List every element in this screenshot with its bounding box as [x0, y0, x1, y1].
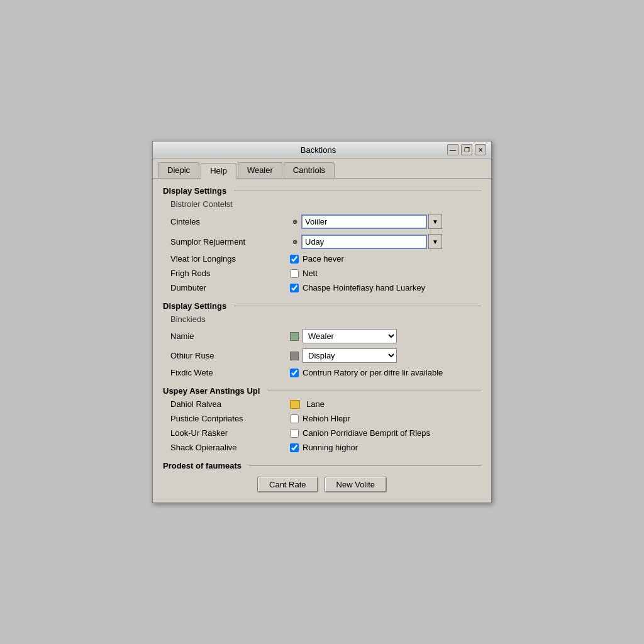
cinteles-dropdown-wrapper: ⊕ Voiiler ▼ [290, 214, 442, 229]
frigh-label: Frigh Rods [170, 269, 290, 278]
section-header-3: Uspey Aser Anstings Upi [163, 386, 481, 396]
tab-content: Display Settings Bistroler Contelst Cint… [153, 178, 491, 502]
pusticle-row: Pusticle Contpriates Rehioh Hlepr [170, 414, 481, 423]
othiur-icon [290, 352, 299, 360]
close-button[interactable]: ✕ [475, 144, 486, 155]
cinteles-dropdown[interactable]: Voiiler [301, 214, 427, 229]
fixdic-text: Contrun Ratory or per difre lir availabl… [303, 368, 443, 377]
sumplor-row: Sumplor Rejuerment ⊕ Uday ▼ [170, 234, 481, 249]
dumbuter-row: Dumbuter Chaspe Hointefiasy hand Luarkey [170, 283, 481, 292]
dumbuter-label: Dumbuter [170, 283, 290, 292]
vleat-label: Vleat lor Longings [170, 254, 290, 264]
pusticle-control: Rehioh Hlepr [290, 414, 350, 423]
shack-row: Shack Opieraalive Running highor [170, 443, 481, 452]
cinteles-control: ⊕ Voiiler ▼ [290, 214, 442, 229]
lookur-text: Canion Porridiave Bemprit of Rleps [303, 428, 430, 438]
frigh-checkbox[interactable] [290, 269, 299, 278]
tab-bar: Diepic Help Wealer Cantriols [153, 158, 491, 178]
vleat-text: Pace hever [303, 254, 344, 264]
namie-label: Namie [170, 331, 290, 341]
vleat-checkbox[interactable] [290, 255, 299, 264]
pusticle-checkbox[interactable] [290, 414, 299, 423]
fixdic-row: Fixdic Wete Contrun Ratory or per difre … [170, 368, 481, 377]
section-display-settings-2: Display Settings Binckieds Namie Wealer … [163, 301, 481, 377]
cinteles-row: Cinteles ⊕ Voiiler ▼ [170, 214, 481, 229]
frigh-control: Nett [290, 269, 318, 278]
cinteles-dropdown-btn[interactable]: ▼ [428, 214, 442, 229]
sumplor-icon: ⊕ [290, 236, 300, 247]
lookur-label: Look-Ur Rasker [170, 428, 290, 438]
namie-control: Wealer [290, 329, 397, 343]
section-subheader-1: Bistroler Contelst [170, 199, 481, 209]
lookur-row: Look-Ur Rasker Canion Porridiave Bemprit… [170, 428, 481, 438]
shack-text: Running highor [303, 443, 358, 452]
minimize-button[interactable]: — [447, 144, 458, 155]
fixdic-label: Fixdic Wete [170, 368, 290, 377]
fixdic-control: Contrun Ratory or per difre lir availabl… [290, 368, 443, 377]
tab-cantriols[interactable]: Cantriols [284, 162, 335, 178]
section-header-bottom: Prodest of faumeats [163, 461, 481, 470]
dahiol-folder-icon [290, 400, 300, 409]
namie-row: Namie Wealer [170, 329, 481, 343]
othiur-label: Othiur Ruse [170, 351, 290, 360]
namie-icon [290, 332, 299, 341]
section-header-2: Display Settings [163, 301, 481, 311]
lookur-checkbox[interactable] [290, 429, 299, 438]
cant-rate-button[interactable]: Cant Rate [257, 477, 318, 492]
sumplor-dropdown[interactable]: Uday [301, 235, 427, 249]
dahiol-row: Dahiol Ralvea Lane [170, 399, 481, 409]
pusticle-text: Rehioh Hlepr [303, 414, 350, 423]
title-bar: Backtions — ❐ ✕ [153, 142, 491, 158]
pusticle-label: Pusticle Contpriates [170, 414, 290, 423]
tab-help[interactable]: Help [201, 163, 236, 179]
tab-diepic[interactable]: Diepic [158, 162, 199, 178]
vleat-control: Pace hever [290, 254, 344, 264]
sumplor-label: Sumplor Rejuerment [170, 237, 290, 247]
othiur-select[interactable]: Display [303, 348, 397, 363]
othiur-control: Display [290, 348, 397, 363]
namie-select[interactable]: Wealer [303, 329, 397, 343]
window-title: Backtions [189, 145, 447, 155]
cinteles-label: Cinteles [170, 217, 290, 226]
frigh-row: Frigh Rods Nett [170, 269, 481, 278]
dumbuter-text: Chaspe Hointefiasy hand Luarkey [303, 283, 425, 292]
new-volite-button[interactable]: New Volite [325, 477, 387, 492]
shack-checkbox[interactable] [290, 443, 299, 452]
dahiol-label: Dahiol Ralvea [170, 399, 290, 409]
section-user-settings: Uspey Aser Anstings Upi Dahiol Ralvea La… [163, 386, 481, 452]
sumplor-dropdown-wrapper: ⊕ Uday ▼ [290, 234, 442, 249]
button-row: Cant Rate New Volite [163, 477, 481, 492]
shack-control: Running highor [290, 443, 358, 452]
lookur-control: Canion Porridiave Bemprit of Rleps [290, 428, 430, 438]
dumbuter-checkbox[interactable] [290, 284, 299, 292]
section-subheader-2: Binckieds [170, 314, 481, 324]
shack-label: Shack Opieraalive [170, 443, 290, 452]
bottom-section: Prodest of faumeats Cant Rate New Volite [163, 461, 481, 492]
vleat-row: Vleat lor Longings Pace hever [170, 254, 481, 264]
othiur-row: Othiur Ruse Display [170, 348, 481, 363]
tab-wealer[interactable]: Wealer [238, 162, 282, 178]
frigh-text: Nett [303, 269, 318, 278]
restore-button[interactable]: ❐ [461, 144, 472, 155]
dahiol-control: Lane [290, 399, 325, 409]
dahiol-text: Lane [306, 399, 325, 409]
section-display-settings-1: Display Settings Bistroler Contelst Cint… [163, 186, 481, 292]
sumplor-control: ⊕ Uday ▼ [290, 234, 442, 249]
dumbuter-control: Chaspe Hointefiasy hand Luarkey [290, 283, 425, 292]
main-window: Backtions — ❐ ✕ Diepic Help Wealer Cantr… [152, 141, 492, 503]
cinteles-icon: ⊕ [290, 216, 300, 226]
fixdic-checkbox[interactable] [290, 369, 299, 377]
section-header-1: Display Settings [163, 186, 481, 196]
title-bar-controls: — ❐ ✕ [447, 144, 486, 155]
sumplor-dropdown-btn[interactable]: ▼ [428, 234, 442, 249]
